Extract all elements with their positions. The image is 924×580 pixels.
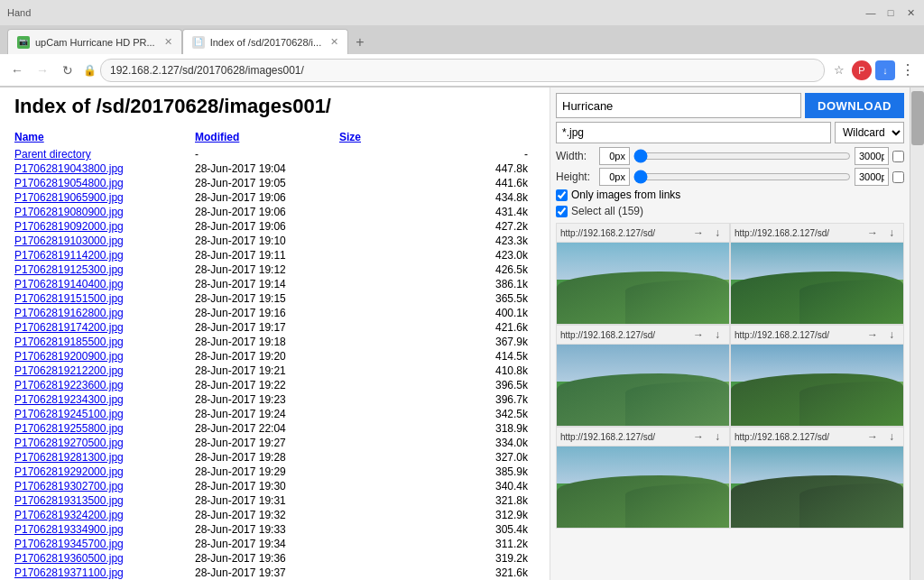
download-button[interactable]: DOWNLOAD [805, 93, 904, 118]
width-range-slider[interactable] [633, 152, 851, 160]
file-link[interactable]: P17062819292000.jpg [14, 465, 124, 478]
scrollbar-thumb[interactable] [911, 91, 924, 145]
url-input[interactable] [100, 59, 825, 82]
file-link[interactable]: P17062819043800.jpg [14, 162, 124, 175]
address-bar: ← → ↻ 🔒 ☆ P ↓ ⋮ [0, 54, 924, 87]
width-checkbox[interactable] [892, 151, 904, 162]
wildcard-select[interactable]: Wildcard Regex [835, 122, 904, 143]
file-modified-cell: 28-Jun-2017 19:06 [195, 205, 339, 219]
image-download-button[interactable]: ↓ [709, 327, 725, 342]
col-header-size[interactable]: Size [339, 129, 535, 147]
image-download-button[interactable]: ↓ [883, 327, 900, 342]
image-thumbnail[interactable] [557, 243, 729, 324]
file-link[interactable]: P17062819371100.jpg [14, 566, 124, 579]
file-modified-cell: 28-Jun-2017 19:22 [195, 378, 339, 392]
file-link[interactable]: P17062819103000.jpg [14, 235, 124, 247]
file-link[interactable]: P17062819140400.jpg [14, 278, 124, 290]
scrollbar[interactable] [910, 87, 924, 580]
pinterest-icon[interactable]: P [852, 60, 872, 80]
file-link[interactable]: P17062819185500.jpg [14, 336, 124, 348]
file-modified-cell: 28-Jun-2017 19:11 [195, 248, 339, 262]
pattern-input[interactable] [556, 122, 831, 143]
file-link[interactable]: P17062819234300.jpg [14, 393, 124, 406]
file-size-cell: 318.9k [339, 421, 535, 436]
tab-close-2[interactable]: ✕ [330, 36, 338, 48]
file-name-cell: P17062819043800.jpg [14, 161, 195, 176]
minimize-button[interactable]: — [864, 6, 877, 19]
image-download-button[interactable]: ↓ [883, 429, 900, 444]
image-thumbnail[interactable] [731, 345, 903, 426]
file-link[interactable]: P17062819302700.jpg [14, 480, 124, 493]
file-link[interactable]: P17062819200900.jpg [14, 350, 124, 363]
tab-index[interactable]: 📄 Index of /sd/20170628/i... ✕ [182, 29, 349, 54]
file-link[interactable]: P17062819092000.jpg [14, 220, 124, 233]
tab-upcam[interactable]: 📷 upCam Hurricane HD PR... ✕ [7, 29, 182, 54]
back-button[interactable]: ← [7, 60, 27, 80]
image-arrow-button[interactable]: → [864, 327, 881, 342]
width-min-input[interactable] [599, 147, 630, 165]
only-images-checkbox[interactable] [556, 189, 568, 201]
height-range-slider[interactable] [633, 173, 851, 180]
file-link[interactable]: P17062819334900.jpg [14, 523, 124, 536]
menu-icon[interactable]: ⋮ [899, 61, 917, 79]
file-link[interactable]: P17062819080900.jpg [14, 206, 124, 218]
image-arrow-button[interactable]: → [864, 226, 881, 240]
file-link[interactable]: P17062819255800.jpg [14, 422, 124, 435]
file-link[interactable]: P17062819223600.jpg [14, 379, 124, 391]
file-link[interactable]: P17062819151500.jpg [14, 292, 124, 305]
file-link[interactable]: P17062819245100.jpg [14, 408, 124, 420]
filename-input[interactable] [556, 93, 801, 118]
image-url-text: http://192.168.2.127/sd/ [735, 330, 862, 340]
image-arrow-button[interactable]: → [690, 226, 707, 240]
col-header-name[interactable]: Name [14, 129, 195, 147]
image-arrow-button[interactable]: → [690, 429, 707, 444]
file-link[interactable]: P17062819125300.jpg [14, 263, 124, 276]
file-link[interactable]: P17062819324200.jpg [14, 509, 124, 521]
file-link[interactable]: P17062819212200.jpg [14, 364, 124, 377]
file-modified-cell: 28-Jun-2017 19:05 [195, 176, 339, 190]
new-tab-button[interactable]: + [348, 31, 371, 54]
image-cell: http://192.168.2.127/sd/→↓ [730, 427, 904, 529]
file-link[interactable]: P17062819162800.jpg [14, 307, 124, 319]
image-arrow-button[interactable]: → [864, 429, 881, 444]
file-link[interactable]: P17062819360500.jpg [14, 552, 124, 565]
image-download-button[interactable]: ↓ [709, 226, 725, 240]
width-max-input[interactable] [855, 147, 889, 165]
height-min-input[interactable] [599, 168, 630, 186]
image-download-button[interactable]: ↓ [883, 226, 900, 240]
file-link[interactable]: P17062819054800.jpg [14, 177, 124, 189]
file-link[interactable]: P17062819065900.jpg [14, 191, 124, 204]
file-link[interactable]: P17062819270500.jpg [14, 437, 124, 449]
star-icon[interactable]: ☆ [830, 61, 848, 79]
table-row: P17062819324200.jpg28-Jun-2017 19:32312.… [14, 508, 535, 522]
file-link[interactable]: P17062819313500.jpg [14, 494, 124, 507]
parent-dir-link[interactable]: Parent directory [14, 148, 91, 161]
col-header-modified[interactable]: Modified [195, 129, 339, 147]
file-size-cell: 431.4k [339, 205, 535, 219]
image-url-text: http://192.168.2.127/sd/ [735, 432, 862, 442]
image-download-button[interactable]: ↓ [709, 429, 725, 444]
file-link[interactable]: P17062819174200.jpg [14, 321, 124, 334]
table-row: P17062819212200.jpg28-Jun-2017 19:21410.… [14, 364, 535, 378]
tab-label-1: upCam Hurricane HD PR... [35, 37, 155, 48]
image-thumbnail[interactable] [731, 447, 903, 528]
select-all-checkbox[interactable] [556, 206, 568, 217]
download-extension-icon[interactable]: ↓ [875, 60, 895, 80]
file-link[interactable]: P17062819114200.jpg [14, 249, 124, 262]
height-max-input[interactable] [855, 168, 889, 186]
close-button[interactable]: ✕ [904, 6, 917, 19]
width-label: Width: [556, 150, 596, 162]
file-link[interactable]: P17062819281300.jpg [14, 451, 124, 464]
forward-button[interactable]: → [32, 60, 52, 80]
refresh-button[interactable]: ↻ [58, 60, 78, 80]
file-modified-cell: 28-Jun-2017 19:36 [195, 551, 339, 566]
tab-close-1[interactable]: ✕ [164, 36, 172, 48]
maximize-button[interactable]: □ [884, 6, 897, 19]
image-thumbnail[interactable] [731, 243, 903, 324]
image-thumbnail[interactable] [557, 345, 729, 426]
file-link[interactable]: P17062819345700.jpg [14, 538, 124, 550]
image-arrow-button[interactable]: → [690, 327, 707, 342]
height-checkbox[interactable] [892, 171, 904, 183]
table-row: P17062819080900.jpg28-Jun-2017 19:06431.… [14, 205, 535, 219]
image-thumbnail[interactable] [557, 447, 729, 528]
